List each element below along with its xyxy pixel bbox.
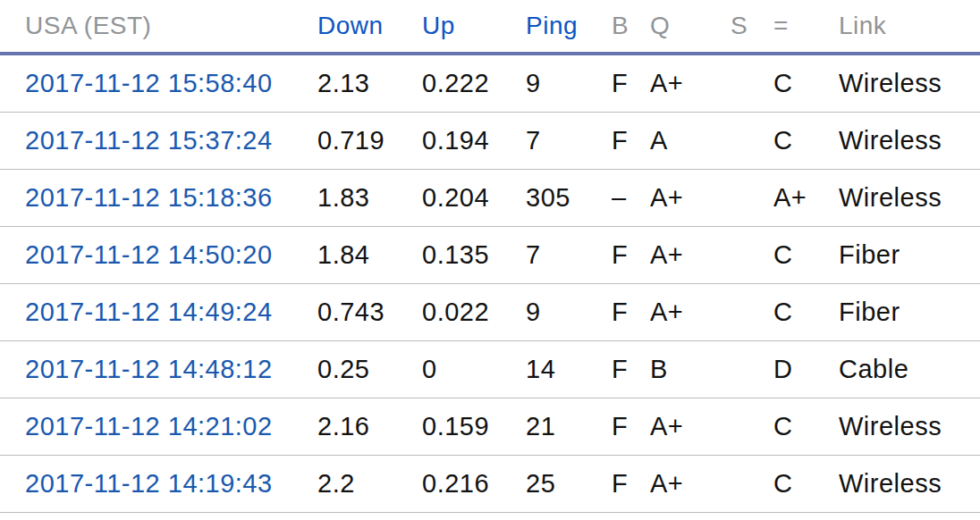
up-value: 0.135 — [422, 227, 526, 284]
ping-value: 305 — [526, 170, 612, 227]
overall-grade: C — [773, 456, 839, 513]
table-row: 2017-11-12 14:49:24 0.743 0.022 9 F A+ C… — [0, 284, 980, 341]
table-row: 2017-11-12 15:18:36 1.83 0.204 305 – A+ … — [0, 170, 980, 227]
down-value: 2.13 — [317, 54, 422, 113]
down-value: 2.2 — [317, 456, 422, 513]
table-header: USA (EST) Down Up Ping B Q S = Link — [0, 0, 980, 54]
speed-grade — [731, 398, 773, 456]
column-header-speed: S — [731, 0, 773, 54]
overall-grade: C — [773, 398, 839, 456]
column-header-overall: = — [773, 0, 839, 54]
table-row: 2017-11-12 15:58:40 2.13 0.222 9 F A+ C … — [0, 54, 980, 113]
bufferbloat-grade: F — [612, 284, 650, 341]
speed-grade — [731, 170, 773, 227]
table-row: 2017-11-12 14:19:43 2.2 0.216 25 F A+ C … — [0, 456, 980, 513]
up-value: 0.159 — [422, 398, 526, 456]
ping-value: 25 — [526, 456, 612, 513]
up-value: 0.216 — [422, 456, 526, 513]
down-value: 2.16 — [317, 398, 422, 456]
up-value: 0.194 — [422, 113, 526, 170]
overall-grade: A+ — [773, 170, 839, 227]
link-type: Wireless — [839, 113, 980, 170]
ping-value: 21 — [526, 398, 612, 456]
overall-grade: C — [773, 227, 839, 284]
column-header-down[interactable]: Down — [317, 0, 422, 54]
bufferbloat-grade: F — [612, 456, 650, 513]
bufferbloat-grade: F — [612, 113, 650, 170]
link-type: Wireless — [839, 456, 980, 513]
down-value: 0.743 — [317, 284, 422, 341]
table-row: 2017-11-12 14:48:12 0.25 0 14 F B D Cabl… — [0, 341, 980, 398]
speedtest-history-table: USA (EST) Down Up Ping B Q S = Link 2017… — [0, 0, 980, 513]
bufferbloat-grade: F — [612, 54, 650, 113]
column-header-link: Link — [839, 0, 980, 54]
bufferbloat-grade: F — [612, 227, 650, 284]
quality-grade: A+ — [650, 398, 731, 456]
speed-grade — [731, 341, 773, 398]
quality-grade: A+ — [650, 284, 731, 341]
bufferbloat-grade: F — [612, 341, 650, 398]
bufferbloat-grade: F — [612, 398, 650, 456]
timestamp-link[interactable]: 2017-11-12 14:49:24 — [0, 284, 317, 341]
up-value: 0.222 — [422, 54, 526, 113]
overall-grade: C — [773, 113, 839, 170]
link-type: Fiber — [839, 227, 980, 284]
timestamp-link[interactable]: 2017-11-12 14:50:20 — [0, 227, 317, 284]
overall-grade: C — [773, 284, 839, 341]
up-value: 0 — [422, 341, 526, 398]
down-value: 1.84 — [317, 227, 422, 284]
ping-value: 14 — [526, 341, 612, 398]
down-value: 0.25 — [317, 341, 422, 398]
table-body: 2017-11-12 15:58:40 2.13 0.222 9 F A+ C … — [0, 54, 980, 513]
up-value: 0.022 — [422, 284, 526, 341]
ping-value: 9 — [526, 284, 612, 341]
speed-grade — [731, 456, 773, 513]
column-header-ping[interactable]: Ping — [526, 0, 612, 54]
timestamp-link[interactable]: 2017-11-12 14:21:02 — [0, 398, 317, 456]
ping-value: 7 — [526, 227, 612, 284]
quality-grade: A+ — [650, 170, 731, 227]
table-row: 2017-11-12 14:21:02 2.16 0.159 21 F A+ C… — [0, 398, 980, 456]
link-type: Cable — [839, 341, 980, 398]
link-type: Wireless — [839, 170, 980, 227]
timestamp-link[interactable]: 2017-11-12 15:18:36 — [0, 170, 317, 227]
table-row: 2017-11-12 15:37:24 0.719 0.194 7 F A C … — [0, 113, 980, 170]
down-value: 1.83 — [317, 170, 422, 227]
speed-grade — [731, 284, 773, 341]
quality-grade: A — [650, 113, 731, 170]
header-row: USA (EST) Down Up Ping B Q S = Link — [0, 0, 980, 54]
speed-grade — [731, 113, 773, 170]
timestamp-link[interactable]: 2017-11-12 14:19:43 — [0, 456, 317, 513]
table-row: 2017-11-12 14:50:20 1.84 0.135 7 F A+ C … — [0, 227, 980, 284]
up-value: 0.204 — [422, 170, 526, 227]
ping-value: 9 — [526, 54, 612, 113]
quality-grade: A+ — [650, 456, 731, 513]
speed-grade — [731, 227, 773, 284]
bufferbloat-grade: – — [612, 170, 650, 227]
overall-grade: D — [773, 341, 839, 398]
quality-grade: A+ — [650, 227, 731, 284]
timestamp-link[interactable]: 2017-11-12 15:58:40 — [0, 54, 317, 113]
column-header-timezone: USA (EST) — [0, 0, 317, 54]
column-header-bufferbloat: B — [612, 0, 650, 54]
link-type: Wireless — [839, 54, 980, 113]
quality-grade: B — [650, 341, 731, 398]
speed-grade — [731, 54, 773, 113]
quality-grade: A+ — [650, 54, 731, 113]
link-type: Fiber — [839, 284, 980, 341]
down-value: 0.719 — [317, 113, 422, 170]
link-type: Wireless — [839, 398, 980, 456]
timestamp-link[interactable]: 2017-11-12 15:37:24 — [0, 113, 317, 170]
overall-grade: C — [773, 54, 839, 113]
column-header-up[interactable]: Up — [422, 0, 526, 54]
ping-value: 7 — [526, 113, 612, 170]
column-header-quality: Q — [650, 0, 731, 54]
timestamp-link[interactable]: 2017-11-12 14:48:12 — [0, 341, 317, 398]
